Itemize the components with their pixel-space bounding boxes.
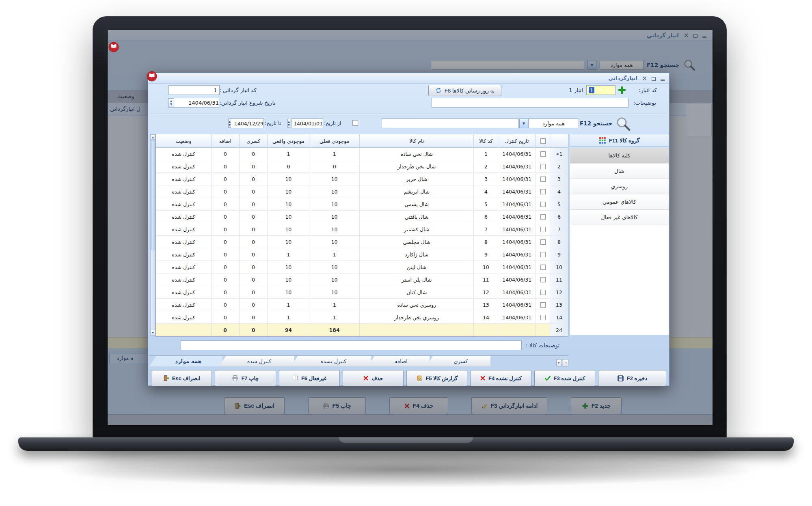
row-checkbox[interactable]	[540, 177, 546, 182]
warehouse-name-text: انبار 1	[569, 87, 583, 93]
table-row[interactable]: کنترل شده001010شال کتان121404/06/3112	[156, 286, 568, 299]
dialog-button-row: ذخیره F2 کنترل شده F3 کنترل نشده F4 گزار…	[151, 370, 666, 386]
tab-scroll-left-icon[interactable]: ◄	[563, 359, 568, 366]
filter-tab[interactable]: همه موارد	[149, 356, 222, 366]
scroll-up-icon[interactable]: ▲	[151, 134, 155, 140]
filter-tab[interactable]: اضافه	[368, 356, 430, 366]
search-input[interactable]	[382, 118, 518, 128]
filter-tab[interactable]: کنترل شده	[219, 356, 294, 366]
notes-label: توضیحات:	[633, 99, 656, 106]
save-icon	[617, 375, 624, 382]
spinner-icon[interactable]: ▲▼	[287, 119, 290, 128]
row-checkbox[interactable]	[540, 277, 546, 282]
to-date-input[interactable]: ▲▼ 1404/12/29	[229, 118, 264, 128]
app-badge-icon	[108, 42, 119, 52]
minimize-icon[interactable]	[660, 76, 665, 81]
table-row[interactable]: کنترل شده0011شال نخي ساده11404/06/31◄1	[156, 148, 568, 160]
vertical-scrollbar[interactable]: ▲ ▼	[150, 134, 155, 336]
table-row[interactable]: کنترل شده0011روسري نخي طرحدار141404/06/3…	[156, 311, 568, 324]
maximize-icon[interactable]	[651, 76, 656, 81]
exit-door-icon	[163, 375, 169, 381]
items-table: ▲ ▼ وضعیتاضافهکسريموجودي واقعيموجودي فعل…	[150, 134, 568, 336]
column-header[interactable]: نام کالا	[359, 134, 473, 148]
table-row[interactable]: کنترل شده001010شال پلي استر111404/06/311…	[156, 273, 568, 286]
filter-tab[interactable]: کنترل نشده	[291, 356, 371, 366]
select-all-checkbox[interactable]	[540, 138, 546, 144]
table-row[interactable]: کنترل شده001010شال ابریشم41404/06/314	[156, 185, 568, 198]
spinner-icon[interactable]: ▲▼	[228, 119, 231, 128]
current-row-marker-icon: ◄	[556, 152, 559, 156]
search-filter-select[interactable]: همه موارد	[528, 118, 579, 128]
delete-button[interactable]: حذف	[343, 370, 404, 386]
row-checkbox[interactable]	[540, 265, 546, 270]
column-header[interactable]: کسري	[239, 134, 268, 148]
to-date-label: تا تاریخ:	[265, 120, 281, 126]
table-row[interactable]: کنترل شده0011شال ژاکارد91404/06/319	[156, 248, 568, 261]
filter-tabstrip: همه مواردکنترل شدهکنترل نشدهاضافهکسري ► …	[149, 355, 568, 366]
update-items-button[interactable]: به روز رساني کالاها F8	[428, 85, 501, 96]
row-checkbox[interactable]	[540, 252, 546, 257]
row-checkbox[interactable]	[540, 290, 546, 295]
laptop-notch	[339, 437, 473, 443]
filter-tab[interactable]: کسري	[426, 356, 490, 366]
row-checkbox[interactable]	[540, 315, 546, 320]
mark-controlled-button[interactable]: کنترل شده F3	[534, 370, 595, 386]
column-header[interactable]: اضافه	[211, 134, 239, 148]
row-checkbox[interactable]	[540, 164, 546, 169]
spinner-icon[interactable]: ▲▼	[168, 98, 174, 107]
tab-scroll-right-icon[interactable]: ►	[556, 359, 562, 366]
table-body: کنترل شده0011شال نخي ساده11404/06/31◄1کن…	[156, 148, 568, 324]
stocktaking-code-label: کد انبار گرداني :	[219, 87, 268, 93]
x-icon	[480, 375, 486, 381]
row-checkbox[interactable]	[540, 302, 546, 308]
table-row[interactable]: کنترل شده001010شال کشمیر71404/06/317	[156, 223, 568, 236]
from-date-input[interactable]: ▲▼ 1404/01/01	[291, 118, 323, 128]
row-checkbox[interactable]	[540, 214, 546, 220]
column-header[interactable]: موجودي واقعي	[267, 134, 309, 148]
scrollbar-thumb[interactable]	[151, 140, 155, 250]
stocktaking-code-input[interactable]: 1	[168, 85, 220, 95]
row-checkbox[interactable]	[540, 151, 546, 157]
scroll-down-icon[interactable]: ▼	[151, 330, 155, 335]
item-groups-button[interactable]: گروه کالا F11	[570, 134, 669, 147]
date-filter-checkbox[interactable]	[352, 120, 358, 126]
search-label: جستجو F12	[580, 120, 612, 127]
deactivate-button[interactable]: غیرفعال F6	[279, 370, 340, 386]
table-row[interactable]: کنترل شده001010شال پشمي51404/06/315	[156, 198, 568, 211]
column-header[interactable]: کد کالا	[473, 134, 498, 148]
column-header[interactable]: موجودي فعلي	[309, 134, 359, 148]
category-item[interactable]: کالاهاي غیر فعال	[570, 210, 669, 225]
cancel-button[interactable]: انصراف Esc	[151, 370, 212, 386]
category-item[interactable]: کلیه کالاها	[570, 148, 669, 164]
warehouse-code-input[interactable]: 1	[586, 85, 615, 95]
sidebar-list: کلیه کالاهاشالروسريکالاهاي عموميکالاهاي …	[570, 148, 669, 335]
row-checkbox[interactable]	[540, 239, 546, 245]
from-date-label: از تاریخ:	[324, 120, 341, 126]
category-item[interactable]: شال	[570, 164, 669, 179]
row-checkbox[interactable]	[540, 202, 546, 207]
category-item[interactable]: روسري	[570, 179, 669, 194]
column-header[interactable]: تاریخ کنترل	[498, 134, 536, 148]
table-row[interactable]: کنترل شده0011روسري نخي ساده131404/06/311…	[156, 299, 568, 311]
item-report-button[interactable]: گزارش کالا F5	[406, 370, 467, 386]
laptop-mockup: × انبار گرداني جستجو F12 همه موارد ▼	[0, 0, 812, 506]
table-row[interactable]: کنترل شده001010شال مجلسي81404/06/318	[156, 236, 568, 248]
item-notes-input[interactable]	[181, 340, 522, 350]
row-checkbox[interactable]	[540, 227, 546, 232]
chevron-down-icon[interactable]: ▼	[519, 118, 528, 128]
save-button[interactable]: ذخیره F2	[598, 370, 666, 386]
print-button[interactable]: چاپ F7	[215, 370, 276, 386]
table-row[interactable]: کنترل شده001010شال بافتني61404/06/316	[156, 211, 568, 223]
start-date-label: تاریخ شروع انبار گرداني:	[219, 99, 279, 106]
table-row[interactable]: کنترل شده001010شال لینن101404/06/3110	[156, 261, 568, 273]
mark-uncontrolled-button[interactable]: کنترل نشده F4	[470, 370, 531, 386]
close-icon[interactable]: ×	[642, 76, 647, 81]
category-item[interactable]: کالاهاي عمومي	[570, 194, 669, 210]
row-checkbox[interactable]	[540, 189, 546, 194]
start-date-input[interactable]: ▲▼ 1404/06/31	[168, 98, 219, 108]
table-row[interactable]: کنترل شده0000شال نخي طرحدار21404/06/312	[156, 160, 568, 173]
table-row[interactable]: کنترل شده001010شال حریر31404/06/313	[156, 173, 568, 185]
notes-input[interactable]	[432, 98, 628, 108]
column-header[interactable]: وضعیت	[156, 134, 211, 148]
add-warehouse-button[interactable]	[618, 86, 626, 95]
